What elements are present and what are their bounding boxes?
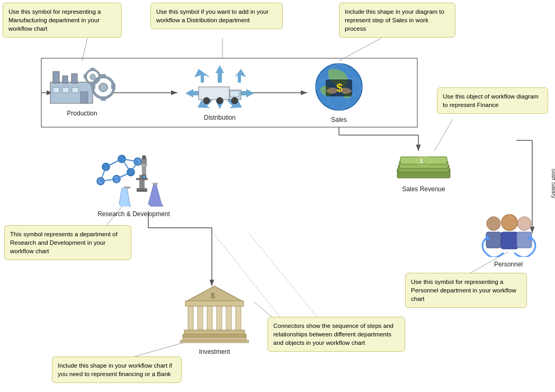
svg-rect-106 xyxy=(207,306,212,330)
svg-point-88 xyxy=(142,155,146,159)
diagram-container: Use this symbol for representing a Manuf… xyxy=(0,0,555,392)
svg-rect-40 xyxy=(91,68,95,71)
rd-label: Research & Development xyxy=(93,210,175,218)
node-sales: $ Sales xyxy=(307,59,371,123)
investment-label: Investment xyxy=(180,348,249,355)
svg-rect-107 xyxy=(217,306,222,330)
svg-point-95 xyxy=(502,215,517,230)
svg-point-90 xyxy=(142,175,146,179)
svg-rect-111 xyxy=(183,334,246,337)
svg-marker-46 xyxy=(235,69,246,83)
staff-salary-label: Staff Salary xyxy=(551,168,555,199)
svg-rect-104 xyxy=(188,306,193,330)
node-rd: Research & Development xyxy=(93,148,175,218)
svg-line-19 xyxy=(434,119,453,151)
personnel-label: Personnel xyxy=(477,261,540,268)
personnel-icon xyxy=(477,212,540,257)
callout-distribution: Use this symbol if you want to add in yo… xyxy=(150,3,283,29)
svg-rect-52 xyxy=(199,87,229,100)
svg-rect-26 xyxy=(62,76,68,83)
svg-line-23 xyxy=(254,302,273,318)
svg-rect-43 xyxy=(100,74,103,78)
callout-manufacturing: Use this symbol for representing a Manuf… xyxy=(3,3,122,38)
svg-point-55 xyxy=(203,97,210,104)
svg-text:$: $ xyxy=(420,158,423,164)
sales-revenue-icon: $ xyxy=(395,147,453,182)
callout-finance: Use this object of workflow diagram to r… xyxy=(437,87,548,114)
node-investment: $ Investment xyxy=(180,283,249,355)
svg-rect-30 xyxy=(72,87,78,93)
svg-rect-35 xyxy=(101,96,106,101)
svg-rect-108 xyxy=(226,306,231,330)
investment-icon: $ xyxy=(180,283,249,344)
svg-rect-89 xyxy=(136,178,148,180)
node-personnel: Personnel xyxy=(477,212,540,268)
svg-point-57 xyxy=(231,97,238,104)
production-label: Production xyxy=(48,110,117,117)
sales-label: Sales xyxy=(307,116,371,123)
svg-rect-98 xyxy=(517,232,532,248)
svg-point-56 xyxy=(217,97,223,104)
svg-rect-96 xyxy=(501,232,518,249)
callout-connectors: Connectors show the sequence of steps an… xyxy=(267,317,405,352)
svg-rect-105 xyxy=(198,306,203,330)
svg-rect-91 xyxy=(124,186,130,189)
svg-rect-84 xyxy=(137,190,147,192)
svg-rect-113 xyxy=(180,340,249,343)
svg-text:$: $ xyxy=(211,291,215,300)
svg-rect-66 xyxy=(400,157,447,164)
rd-icon xyxy=(93,148,175,207)
svg-rect-41 xyxy=(91,83,95,86)
svg-point-93 xyxy=(487,217,500,230)
svg-rect-42 xyxy=(84,74,87,78)
sales-icon: $ xyxy=(307,59,371,112)
svg-point-39 xyxy=(90,74,95,79)
svg-marker-44 xyxy=(194,69,210,83)
svg-line-76 xyxy=(122,159,131,172)
svg-rect-29 xyxy=(62,87,69,93)
svg-marker-45 xyxy=(216,65,224,83)
callout-rd: This symbol represents a department of R… xyxy=(4,225,131,260)
svg-line-75 xyxy=(106,159,122,167)
svg-point-97 xyxy=(517,217,531,230)
callout-sales: Include this shape in your diagram to re… xyxy=(339,3,455,38)
svg-rect-31 xyxy=(80,92,88,103)
distribution-label: Distribution xyxy=(183,114,257,121)
production-icon xyxy=(48,61,117,106)
svg-rect-27 xyxy=(71,74,77,83)
distribution-icon xyxy=(183,63,257,110)
callout-personnel: Use this symbol for representing a Perso… xyxy=(405,273,527,308)
svg-point-33 xyxy=(99,83,108,92)
svg-rect-28 xyxy=(53,87,59,93)
svg-rect-37 xyxy=(111,84,115,89)
svg-line-18 xyxy=(339,38,381,61)
svg-rect-25 xyxy=(53,72,59,83)
svg-line-15 xyxy=(249,233,318,318)
svg-rect-109 xyxy=(236,306,241,330)
svg-rect-110 xyxy=(184,330,245,334)
svg-rect-102 xyxy=(185,301,244,306)
node-production: Production xyxy=(48,61,117,117)
callout-bank: Include this shape in your workflow char… xyxy=(52,357,182,383)
svg-rect-112 xyxy=(183,337,246,340)
svg-rect-54 xyxy=(230,91,239,96)
svg-rect-94 xyxy=(486,232,501,248)
node-sales-revenue: $ Sales Revenue xyxy=(395,147,453,193)
svg-rect-92 xyxy=(153,183,158,185)
sales-revenue-label: Sales Revenue xyxy=(395,185,453,193)
svg-line-16 xyxy=(82,38,87,61)
node-distribution: Distribution xyxy=(183,63,257,121)
